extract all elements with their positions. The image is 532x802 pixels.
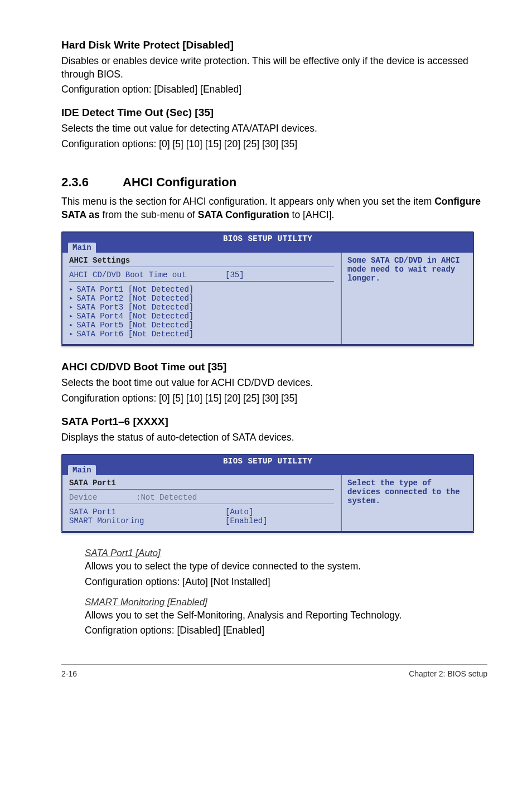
bios-heading: AHCI Settings — [69, 256, 334, 265]
bios-option-row[interactable]: AHCI CD/DVD Boot Time out [35] — [69, 270, 334, 279]
bios-heading: SATA Port1 — [69, 479, 334, 487]
page: Hard Disk Write Protect [Disabled] Disab… — [0, 0, 532, 700]
text: Disables or enables device write protect… — [61, 55, 487, 81]
section-title: AHCI Configuration — [123, 175, 236, 189]
sub-heading-sata-port1-auto: SATA Port1 [Auto] — [85, 548, 487, 559]
bios-title: BIOS SETUP UTILITY — [62, 456, 473, 466]
bios-help-pane: Select the type of devices connected to … — [342, 475, 473, 531]
text: This menu is the section for AHCI config… — [61, 195, 487, 221]
bios-option-value: [Enabled] — [225, 516, 334, 525]
text: Allows you to set the Self-Monitoring, A… — [85, 609, 487, 622]
bios-submenu-item[interactable]: SATA Port1 [Not Detected] — [69, 285, 334, 294]
bios-option-row[interactable]: SATA Port1 [Auto] — [69, 508, 334, 516]
bios-submenu-item[interactable]: SATA Port6 [Not Detected] — [69, 330, 334, 339]
text: Configuration options: [Auto] [Not Insta… — [85, 576, 487, 589]
bios-panel-sata-port1: BIOS SETUP UTILITY Main SATA Port1 Devic… — [61, 454, 474, 533]
chapter-label: Chapter 2: BIOS setup — [409, 669, 487, 678]
bios-left-pane: SATA Port1 Device :Not Detected SATA Por… — [62, 475, 342, 531]
separator — [69, 267, 334, 267]
bios-tab-main[interactable]: Main — [68, 465, 96, 475]
section-heading-ahci-config: 2.3.6AHCI Configuration — [61, 175, 487, 190]
bios-panel-ahci-settings: BIOS SETUP UTILITY Main AHCI Settings AH… — [61, 231, 474, 346]
bios-option-key: SATA Port1 — [69, 508, 225, 516]
bios-option-value: [35] — [225, 270, 334, 279]
text: Congifuration options: [0] [5] [10] [15]… — [61, 392, 487, 405]
text: Configuration option: [Disabled] [Enable… — [61, 83, 487, 96]
sub-option-block: SATA Port1 [Auto] Allows you to select t… — [61, 548, 487, 637]
section-number: 2.3.6 — [61, 175, 123, 190]
bios-tab-main[interactable]: Main — [68, 243, 96, 253]
text: Displays the status of auto-detection of… — [61, 431, 487, 445]
separator — [69, 489, 334, 490]
bios-option-key: SMART Monitoring — [69, 516, 225, 525]
bios-option-key: AHCI CD/DVD Boot Time out — [69, 270, 225, 279]
bios-titlebar: BIOS SETUP UTILITY Main — [62, 233, 473, 253]
bios-left-pane: AHCI Settings AHCI CD/DVD Boot Time out … — [62, 253, 342, 344]
text: This menu is the section for AHCI config… — [61, 196, 434, 207]
text-bold: SATA Configuration — [198, 209, 289, 220]
heading-ahci-boot-timeout: AHCI CD/DVD Boot Time out [35] — [61, 361, 487, 373]
text: to [AHCI]. — [289, 209, 335, 220]
page-number: 2-16 — [61, 669, 77, 678]
text: from the sub-menu of — [100, 209, 198, 220]
bios-option-value: [Auto] — [225, 508, 334, 516]
separator — [69, 504, 334, 504]
heading-sata-port-1-6: SATA Port1–6 [XXXX] — [61, 416, 487, 428]
text: Selects the boot time out value for ACHI… — [61, 376, 487, 390]
bios-help-pane: Some SATA CD/DVD in AHCI mode need to wa… — [342, 253, 473, 344]
page-footer: 2-16 Chapter 2: BIOS setup — [61, 664, 487, 678]
text: Allows you to select the type of device … — [85, 560, 487, 573]
bios-title: BIOS SETUP UTILITY — [62, 234, 473, 243]
bios-submenu-item[interactable]: SATA Port4 [Not Detected] — [69, 312, 334, 321]
sub-heading-smart-monitoring: SMART Monitoring [Enabled] — [85, 597, 487, 608]
bios-device-value: :Not Detected — [136, 493, 334, 502]
bios-submenu-item[interactable]: SATA Port2 [Not Detected] — [69, 294, 334, 303]
text: Configuration options: [0] [5] [10] [15]… — [61, 138, 487, 151]
bios-device-key: Device — [69, 493, 136, 502]
bios-option-row[interactable]: SMART Monitoring [Enabled] — [69, 516, 334, 525]
heading-hd-write-protect: Hard Disk Write Protect [Disabled] — [61, 39, 487, 51]
bios-submenu-item[interactable]: SATA Port3 [Not Detected] — [69, 303, 334, 312]
bios-submenu-item[interactable]: SATA Port5 [Not Detected] — [69, 321, 334, 330]
text: Selects the time out value for detecting… — [61, 122, 487, 136]
separator — [69, 281, 334, 282]
bios-titlebar: BIOS SETUP UTILITY Main — [62, 455, 473, 475]
bios-device-row: Device :Not Detected — [69, 493, 334, 502]
heading-ide-detect-timeout: IDE Detect Time Out (Sec) [35] — [61, 107, 487, 119]
text: Configration options: [Disabled] [Enable… — [85, 624, 487, 637]
